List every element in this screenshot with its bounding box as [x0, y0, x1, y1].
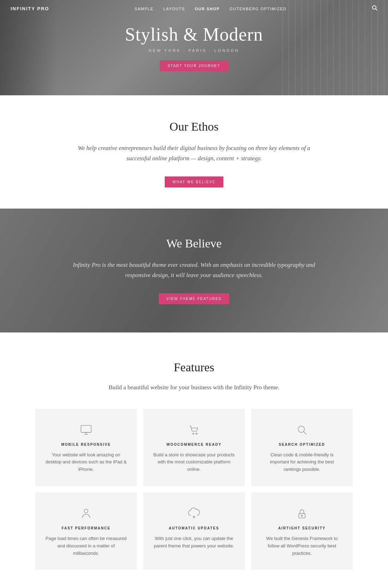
nav-our-shop[interactable]: OUR SHOP	[195, 7, 220, 11]
ethos-cta-button[interactable]: WHAT WE BELIEVE	[165, 176, 223, 187]
svg-point-0	[372, 6, 376, 9]
feature-name-5: AIRTIGHT SECURITY	[278, 526, 326, 530]
svg-line-1	[376, 9, 377, 10]
svg-point-6	[193, 433, 194, 434]
features-grid: MOBILE RESPONSIVE Your website will look…	[35, 409, 353, 570]
feature-name-3: FAST PERFORMANCE	[62, 526, 111, 530]
main-nav: INFINITY PRO SAMPLE LAYOUTS OUR SHOP GUT…	[0, 0, 388, 17]
feature-desc-0: Your website will look amazing on deskto…	[45, 451, 127, 473]
feature-name-1: WOOCOMMERCE READY	[166, 443, 222, 446]
svg-point-13	[301, 515, 303, 516]
person-icon	[79, 506, 93, 521]
hero-content: Stylish & Modern NEW YORK · PARIS · LOND…	[125, 24, 263, 71]
svg-line-9	[304, 432, 306, 434]
nav-links: SAMPLE LAYOUTS OUR SHOP GUTENBERG OPTIMI…	[135, 5, 286, 12]
nav-gutenberg[interactable]: GUTENBERG OPTIMIZED	[230, 7, 286, 11]
hero-subtitle: NEW YORK · PARIS · LONDON	[125, 48, 263, 53]
hero-cta-button[interactable]: START YOUR JOURNEY	[160, 60, 228, 71]
believe-cta-button[interactable]: VIEW THEME FEATURES	[159, 293, 230, 304]
nav-layouts[interactable]: LAYOUTS	[163, 7, 185, 11]
hero-title: Stylish & Modern	[125, 24, 263, 45]
brand-logo[interactable]: INFINITY PRO	[11, 6, 49, 11]
feature-desc-3: Page load times can often be measured an…	[45, 535, 127, 557]
feature-name-2: SEARCH OPTIMIZED	[279, 443, 325, 446]
features-section: Features Build a beautiful website for y…	[0, 332, 388, 588]
ethos-text: We help creative entrepreneurs build the…	[67, 143, 321, 164]
feature-desc-1: Build a store to showcase your products …	[153, 451, 235, 473]
svg-point-10	[84, 509, 88, 513]
svg-rect-2	[81, 425, 91, 432]
cloud-icon	[187, 506, 201, 521]
feature-desc-2: Clean code & mobile-friendly is importan…	[261, 451, 343, 473]
search-icon[interactable]	[372, 5, 377, 12]
svg-point-8	[298, 426, 304, 432]
feature-desc-4: With just one click, you can update the …	[153, 535, 235, 550]
nav-sample[interactable]: SAMPLE	[135, 7, 154, 11]
feature-desc-5: We built the Genesis Framework to follow…	[261, 535, 343, 557]
search-optimized-icon	[295, 423, 309, 437]
features-title: Features	[11, 361, 377, 374]
believe-text: Infinity Pro is the most beautiful theme…	[60, 260, 328, 281]
svg-point-7	[196, 433, 197, 434]
monitor-icon	[79, 423, 93, 437]
feature-card-mobile-responsive: MOBILE RESPONSIVE Your website will look…	[35, 409, 137, 486]
feature-card-security: AIRTIGHT SECURITY We built the Genesis F…	[251, 492, 353, 570]
ethos-section: Our Ethos We help creative entrepreneurs…	[0, 95, 388, 209]
believe-title: We Believe	[60, 237, 328, 250]
ethos-title: Our Ethos	[67, 120, 321, 133]
feature-name-0: MOBILE RESPONSIVE	[61, 443, 111, 446]
feature-card-search: SEARCH OPTIMIZED Clean code & mobile-fri…	[251, 409, 353, 486]
lock-icon	[295, 506, 309, 521]
feature-name-4: AUTOMATIC UPDATES	[169, 526, 219, 530]
cart-icon	[187, 423, 201, 437]
feature-card-performance: FAST PERFORMANCE Page load times can oft…	[35, 492, 137, 570]
believe-section: We Believe Infinity Pro is the most beau…	[0, 209, 388, 332]
feature-card-updates: AUTOMATIC UPDATES With just one click, y…	[143, 492, 245, 570]
svg-rect-12	[299, 514, 305, 518]
features-subtitle: Build a beautiful website for your busin…	[11, 384, 377, 391]
feature-card-woocommerce: WOOCOMMERCE READY Build a store to showc…	[143, 409, 245, 486]
